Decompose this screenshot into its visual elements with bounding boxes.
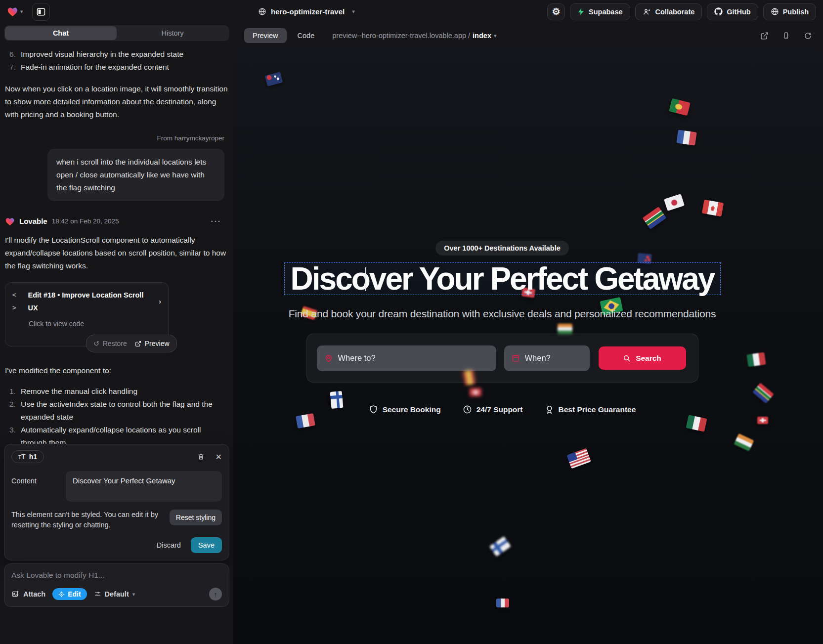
discard-button[interactable]: Discard <box>157 541 181 549</box>
save-button[interactable]: Save <box>191 537 222 553</box>
selected-tag-name: h1 <box>29 453 37 461</box>
lovable-heart-icon <box>7 6 18 17</box>
search-label: Search <box>636 354 661 363</box>
shield-icon <box>369 405 378 414</box>
model-default-button[interactable]: Default ▾ <box>94 590 135 598</box>
message-menu-button[interactable]: ··· <box>211 215 229 228</box>
map-pin-icon <box>324 354 333 363</box>
element-inspector-panel: TT h1 ✕ Content Discover Your Perfect Ge… <box>4 444 229 560</box>
github-label: GitHub <box>727 8 750 16</box>
refresh-button[interactable] <box>804 32 812 40</box>
feature-secure-booking: Secure Booking <box>369 405 441 414</box>
project-chevron-down-icon: ▾ <box>352 8 355 15</box>
sidebar-toggle-button[interactable] <box>32 3 50 21</box>
model-default-label: Default <box>105 590 129 598</box>
styling-note: This element can't be styled. You can ed… <box>11 510 164 530</box>
lovable-logo-menu[interactable]: ▾ <box>7 6 23 17</box>
preview-version-label: Preview <box>145 337 170 350</box>
user-message-bubble: when i scroll into the individual locati… <box>47 149 224 201</box>
selected-element-pill[interactable]: TT h1 <box>11 450 44 463</box>
chevron-down-icon: ▾ <box>132 591 135 598</box>
close-inspector-button[interactable]: ✕ <box>216 452 222 462</box>
panel-left-icon <box>36 7 46 17</box>
settings-button[interactable]: ⚙ <box>547 3 565 20</box>
preview-version-button[interactable]: Preview <box>135 337 170 350</box>
finland-flag-decoration <box>489 536 511 557</box>
list-item: 6.Improved visual hierarchy in the expan… <box>5 48 228 61</box>
list-item: 1.Remove the manual click handling <box>5 385 228 398</box>
github-button[interactable]: GitHub <box>707 3 758 20</box>
top-bar: ▾ hero-optimizer-travel ▾ ⚙ <box>0 0 823 23</box>
calendar-icon <box>512 354 520 362</box>
chat-input[interactable] <box>11 571 222 580</box>
project-switcher[interactable]: hero-optimizer-travel ▾ <box>258 7 355 16</box>
chat-sidebar: Chat History 6.Improved visual hierarchy… <box>0 23 233 644</box>
tab-code[interactable]: Code <box>298 32 315 40</box>
message-author-label: From harrymckayroper <box>5 132 228 145</box>
destination-input[interactable] <box>338 353 489 363</box>
restore-icon: ↺ <box>93 337 99 350</box>
feature-support: 24/7 Support <box>463 405 523 414</box>
preview-url[interactable]: preview--hero-optimizer-travel.lovable.a… <box>332 32 496 40</box>
date-input[interactable] <box>525 353 582 363</box>
reset-styling-button[interactable]: Reset styling <box>170 510 222 525</box>
sidebar-tabs: Chat History <box>4 25 229 41</box>
tab-chat[interactable]: Chat <box>5 26 117 40</box>
chat-scroll-area[interactable]: 6.Improved visual hierarchy in the expan… <box>4 41 229 444</box>
change-list-top: 6.Improved visual hierarchy in the expan… <box>5 48 228 74</box>
assistant-paragraph: Now when you click on a location image, … <box>5 83 228 121</box>
url-base: preview--hero-optimizer-travel.lovable.a… <box>332 32 470 40</box>
assistant-paragraph: I'll modify the LocationScroll component… <box>5 234 228 272</box>
assistant-paragraph: I've modified the component to: <box>5 364 228 377</box>
content-value-field[interactable]: Discover Your Perfect Getaway <box>66 471 222 502</box>
url-chevron-down-icon: ▾ <box>494 33 497 39</box>
selection-outline[interactable]: Discover Your Perfect Getaway <box>284 262 721 295</box>
assistant-message-header: Lovable 18:42 on Feb 20, 2025 ··· <box>5 215 228 228</box>
publish-button[interactable]: Publish <box>763 3 816 20</box>
text-caret <box>365 267 366 291</box>
lovable-heart-icon <box>5 217 15 226</box>
mobile-view-button[interactable] <box>782 31 790 40</box>
feature-label: Best Price Guarantee <box>559 405 636 414</box>
search-button[interactable]: Search <box>599 346 686 370</box>
tab-preview[interactable]: Preview <box>244 28 287 43</box>
supabase-label: Supabase <box>589 8 623 16</box>
logo-chevron-down-icon: ▾ <box>20 8 23 15</box>
app-window: ▾ hero-optimizer-travel ▾ ⚙ <box>0 0 823 644</box>
switzerland-flag-decoration <box>757 417 768 424</box>
destination-field[interactable] <box>317 345 496 371</box>
letter-case-icon: TT <box>18 453 26 461</box>
attach-button[interactable]: Attach <box>11 590 45 598</box>
edit-mode-button[interactable]: Edit <box>52 588 87 600</box>
list-item: 2.Use the activeIndex state to control b… <box>5 398 228 424</box>
url-page: index <box>473 32 491 40</box>
date-field[interactable] <box>504 345 590 371</box>
external-link-icon <box>135 341 141 347</box>
supabase-icon <box>577 7 585 16</box>
destinations-badge: Over 1000+ Destinations Available <box>435 241 568 256</box>
award-icon <box>545 405 554 414</box>
code-icon: < > <box>12 289 23 314</box>
supabase-button[interactable]: Supabase <box>570 3 630 20</box>
message-timestamp: 18:42 on Feb 20, 2025 <box>52 215 119 228</box>
chat-composer: Attach Edit Default ▾ <box>4 563 229 607</box>
hero-section: Over 1000+ Destinations Available Discov… <box>233 48 771 414</box>
project-name: hero-optimizer-travel <box>271 7 345 16</box>
delete-element-button[interactable] <box>197 453 205 461</box>
open-in-new-tab-button[interactable] <box>760 32 769 40</box>
restore-button[interactable]: ↺ Restore <box>93 337 127 350</box>
collaborate-people-icon <box>643 8 651 16</box>
attach-label: Attach <box>23 590 45 598</box>
preview-pane: Preview Code preview--hero-optimizer-tra… <box>233 23 823 644</box>
target-icon <box>58 591 65 598</box>
send-button[interactable]: ↑ <box>209 588 222 601</box>
tab-history[interactable]: History <box>117 26 228 40</box>
preview-viewport[interactable]: Over 1000+ Destinations Available Discov… <box>233 48 823 644</box>
edit-card-subtitle: Click to view code <box>29 317 161 330</box>
collaborate-button[interactable]: Collaborate <box>635 3 702 20</box>
hero-heading[interactable]: Discover Your Perfect Getaway <box>291 260 714 297</box>
change-list-bottom: 1.Remove the manual click handling 2.Use… <box>5 385 228 444</box>
list-item: 3.Automatically expand/collapse location… <box>5 424 228 444</box>
chevron-right-icon: › <box>159 295 161 308</box>
india-flag-decoration <box>734 433 754 451</box>
